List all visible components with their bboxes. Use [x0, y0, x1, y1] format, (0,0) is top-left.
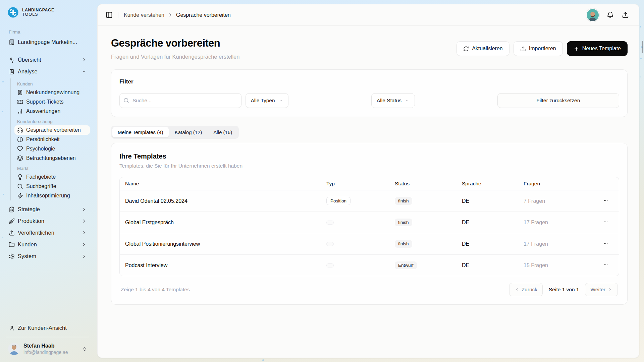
sidebar-item-auswertungen[interactable]: Auswertungen [14, 107, 90, 116]
brand-logo[interactable]: LANDINGPAGE TOOLS [7, 7, 88, 18]
next-page-button[interactable]: Weiter [585, 283, 618, 296]
sidebar-item-betrachtungsebenen[interactable]: Betrachtungsebenen [14, 154, 90, 163]
table-row[interactable]: Podcast Interview Entwurf DE 15 Fragen [120, 255, 619, 276]
chevron-down-icon [278, 98, 283, 103]
scrollbar[interactable] [642, 41, 643, 53]
table-footer: Zeige 1 bis 4 von 4 Templates Zurück Sei… [119, 283, 619, 297]
page-header-text: Gespräche vorbereiten Fragen und Vorlage… [111, 37, 239, 60]
clipboard-icon [9, 206, 15, 213]
table-row[interactable]: David Odental 02.05.2024 Position finish… [120, 190, 619, 212]
sidebar-item-label: Suchbegriffe [26, 183, 56, 189]
row-menu-button[interactable] [601, 196, 610, 206]
table-header-row: Name Typ Status Sprache Fragen [120, 177, 619, 190]
sidebar-item-support-tickets[interactable]: Support-Tickets [14, 97, 90, 107]
status-badge: Entwurf [395, 261, 417, 269]
layers-icon [17, 155, 23, 161]
heart-icon [17, 146, 23, 152]
sidebar-item-kunden[interactable]: Kunden [5, 239, 90, 250]
type-select[interactable]: Alle Typen [246, 93, 288, 108]
typ-badge-empty [326, 242, 334, 246]
user-menu[interactable]: Stefan Haab info@landingpage.ae [5, 341, 90, 357]
template-tabs: Meine Templates (4) Katalog (12) Alle (1… [111, 126, 239, 139]
chevron-right-icon [82, 219, 87, 224]
activity-icon [9, 57, 15, 63]
sidebar-item-label: Gespräche vorbereiten [26, 127, 81, 133]
status-select[interactable]: Alle Status [371, 93, 415, 108]
chevron-right-icon [82, 230, 87, 235]
col-header-typ: Typ [321, 177, 389, 190]
sidebar-item-analyse[interactable]: Analyse [5, 66, 90, 77]
search-icon [17, 183, 23, 189]
cell-sprache: DE [457, 212, 518, 233]
sidebar-section-firma: Firma [9, 29, 87, 35]
topbar-divider [118, 12, 118, 18]
sidebar-item-company[interactable]: Landingpage Marketin... [5, 37, 90, 48]
headphones-icon [17, 127, 23, 133]
sidebar-item-suchbegriffe[interactable]: Suchbegriffe [14, 182, 90, 191]
sidebar-item-gespraeche-vorbereiten[interactable]: Gespräche vorbereiten [14, 125, 90, 135]
sidebar-item-persoenlichkeit[interactable]: Persönlichkeit [14, 135, 90, 144]
sidebar-item-label: Neukundengewinnung [26, 89, 79, 96]
refresh-button[interactable]: Aktualisieren [457, 41, 509, 56]
table-row[interactable]: Global Erstgespräch finish DE 17 Fragen [120, 212, 619, 233]
sidebar-item-produktion[interactable]: Produktion [5, 216, 90, 227]
cell-sprache: DE [457, 233, 518, 255]
sidebar-item-inhaltsoptimierung[interactable]: Inhaltsoptimierung [14, 191, 90, 200]
chevron-right-icon [82, 207, 87, 212]
sidebar-item-veroeffentlichen[interactable]: Veröffentlichen [5, 227, 90, 238]
row-menu-button[interactable] [601, 239, 610, 249]
new-template-button[interactable]: Neues Template [567, 41, 628, 56]
sidebar-item-strategie[interactable]: Strategie [5, 204, 90, 215]
templates-card: Ihre Templates Templates, die Sie für Ih… [111, 143, 628, 305]
sidebar-item-fachgebiete[interactable]: Fachgebiete [14, 172, 90, 182]
breadcrumb-item[interactable]: Kunde verstehen [124, 12, 164, 18]
bell-icon[interactable] [607, 11, 614, 18]
user-avatar [8, 343, 20, 355]
search-input[interactable] [119, 93, 241, 108]
tab-alle[interactable]: Alle (16) [208, 127, 237, 137]
sidebar: LANDINGPAGE TOOLS Firma Landingpage Mark… [0, 0, 95, 362]
sidebar-item-neukundengewinnung[interactable]: Neukundengewinnung [14, 88, 90, 97]
chevrons-up-down-icon [82, 347, 87, 352]
share-icon[interactable] [622, 11, 629, 18]
cell-name: Podcast Interview [120, 255, 321, 276]
prev-page-button[interactable]: Zurück [509, 283, 543, 296]
sidebar-group-kunden: Kunden [17, 81, 90, 86]
sidebar-item-label: Produktion [18, 218, 44, 224]
account-avatar[interactable] [587, 9, 599, 21]
sidebar-item-kunden-ansicht[interactable]: Zur Kunden-Ansicht [5, 322, 90, 334]
sidebar-item-label: Support-Tickets [26, 99, 63, 105]
sidebar-item-label: Auswertungen [26, 108, 60, 114]
filter-reset-button[interactable]: Filter zurücksetzen [497, 93, 620, 108]
chevron-left-icon [515, 287, 519, 292]
tab-katalog[interactable]: Katalog (12) [169, 127, 208, 137]
typ-badge-empty [326, 221, 334, 225]
sidebar-toggle-icon[interactable] [106, 11, 113, 18]
sidebar-item-label: Psychologie [26, 146, 55, 152]
sidebar-item-uebersicht[interactable]: Übersicht [5, 54, 90, 65]
sidebar-item-label: Übersicht [18, 57, 41, 63]
cell-sprache: DE [457, 255, 518, 276]
ellipsis-icon [603, 240, 609, 246]
cell-name: David Odental 02.05.2024 [120, 190, 321, 212]
table-row[interactable]: Global Positionierungsinterview finish D… [120, 233, 619, 255]
new-template-button-label: Neues Template [582, 46, 621, 52]
templates-title: Ihre Templates [119, 153, 619, 160]
type-select-value: Alle Typen [251, 98, 275, 104]
sidebar-item-label: Fachgebiete [26, 174, 56, 180]
page-actions: Aktualisieren Importieren Neues Template [457, 41, 628, 56]
page-subtitle: Fragen und Vorlagen für Kundengespräche … [111, 54, 239, 60]
sidebar-analyse-subtree: Kunden Neukundengewinnung Support-Ticket… [10, 78, 90, 200]
decor-dot [2, 237, 3, 238]
row-menu-button[interactable] [601, 218, 610, 227]
breadcrumb: Kunde verstehen Gespräche vorbereiten [124, 12, 231, 18]
import-button[interactable]: Importieren [514, 41, 563, 56]
templates-table: Name Typ Status Sprache Fragen David Ode… [119, 177, 619, 276]
cell-sprache: DE [457, 190, 518, 212]
sidebar-divider [6, 337, 89, 337]
contact-card-icon [17, 89, 23, 96]
sidebar-item-system[interactable]: System [5, 251, 90, 262]
row-menu-button[interactable] [601, 260, 610, 270]
sidebar-item-psychologie[interactable]: Psychologie [14, 144, 90, 154]
tab-meine-templates[interactable]: Meine Templates (4) [112, 127, 169, 137]
